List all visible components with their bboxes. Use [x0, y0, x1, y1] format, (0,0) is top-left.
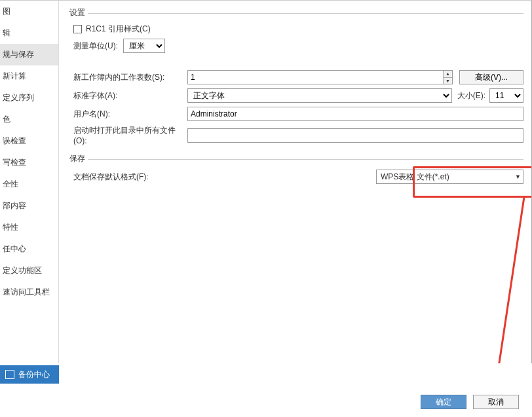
font-select[interactable]: 正文字体	[187, 88, 452, 103]
sidebar-item-2[interactable]: 规与保存	[0, 44, 58, 65]
sheets-label: 新工作簿内的工作表数(S):	[69, 72, 187, 83]
annotation-arrow	[491, 197, 531, 363]
sidebar-item-6[interactable]: 误检查	[0, 130, 58, 152]
sidebar-item-8[interactable]: 全性	[0, 173, 58, 195]
size-label: 大小(E):	[457, 90, 485, 101]
openall-label: 启动时打开此目录中所有文件(O):	[69, 125, 187, 145]
openall-input[interactable]	[187, 128, 523, 143]
svg-line-0	[495, 197, 524, 363]
sidebar-item-1[interactable]: 辑	[0, 22, 58, 44]
r1c1-checkbox[interactable]	[73, 25, 82, 33]
size-select[interactable]: 11	[489, 88, 523, 103]
sidebar-item-5[interactable]: 色	[0, 109, 58, 130]
divider	[88, 13, 523, 14]
main-panel: 设置 R1C1 引用样式(C) 测量单位(U): 厘米 新工作簿内的工作表数(S…	[59, 1, 531, 363]
divider	[88, 159, 523, 160]
sheets-input[interactable]	[187, 70, 453, 84]
default-format-select[interactable]: WPS表格 文件(*.et)	[376, 170, 523, 184]
username-label: 用户名(N):	[69, 109, 187, 120]
spin-down-icon[interactable]: ▼	[443, 78, 452, 84]
default-format-label: 文档保存默认格式(F):	[69, 172, 187, 183]
unit-select[interactable]: 厘米	[123, 39, 165, 53]
font-label: 标准字体(A):	[69, 90, 187, 101]
sidebar: 图 辑 规与保存 新计算 定义序列 色 误检查 写检查 全性 部内容 特性 任中…	[0, 1, 59, 363]
sidebar-item-12[interactable]: 定义功能区	[0, 260, 58, 281]
sidebar-item-3[interactable]: 新计算	[0, 65, 58, 87]
sidebar-item-13[interactable]: 速访问工具栏	[0, 281, 58, 303]
spin-up-icon[interactable]: ▲	[443, 71, 452, 78]
sidebar-item-4[interactable]: 定义序列	[0, 87, 58, 109]
chevron-down-icon: ▼	[515, 173, 521, 180]
sidebar-item-7[interactable]: 写检查	[0, 152, 58, 173]
backup-center-button[interactable]: 备份中心	[0, 365, 59, 384]
sidebar-item-11[interactable]: 任中心	[0, 238, 58, 260]
save-group-title: 保存	[69, 153, 85, 164]
sidebar-item-10[interactable]: 特性	[0, 217, 58, 238]
backup-center-label: 备份中心	[18, 369, 50, 380]
sidebar-item-0[interactable]: 图	[0, 1, 58, 22]
cancel-button[interactable]: 取消	[473, 395, 519, 409]
settings-group-title: 设置	[69, 7, 85, 18]
advanced-button[interactable]: 高级(V)...	[459, 70, 523, 84]
ok-button[interactable]: 确定	[421, 395, 466, 409]
backup-icon	[5, 370, 14, 379]
sidebar-item-9[interactable]: 部内容	[0, 195, 58, 217]
default-format-value: WPS表格 文件(*.et)	[381, 172, 449, 183]
unit-label: 测量单位(U):	[69, 41, 118, 52]
r1c1-label: R1C1 引用样式(C)	[86, 24, 151, 35]
username-input[interactable]	[187, 107, 523, 121]
